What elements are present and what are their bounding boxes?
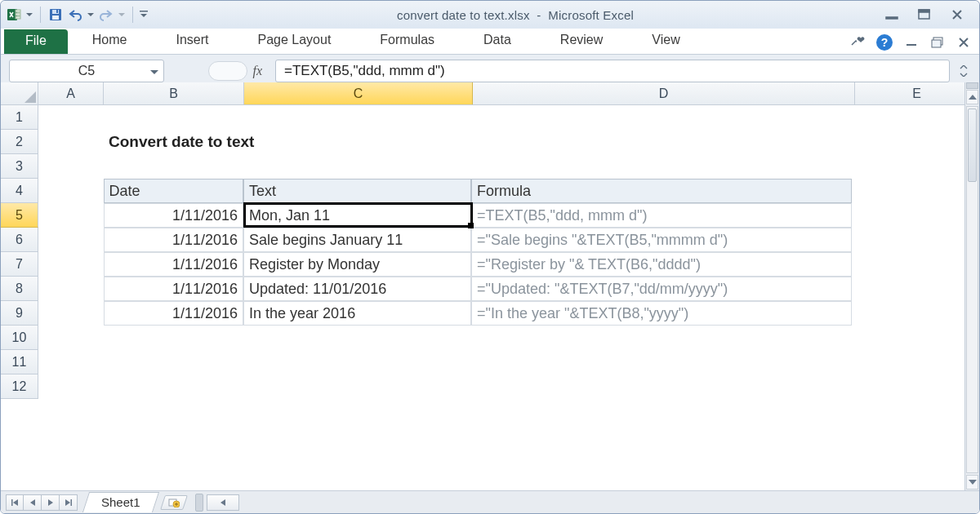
cell-A4[interactable] [38,179,104,203]
cell-E4[interactable] [852,179,964,203]
scroll-down-icon[interactable] [966,475,978,490]
cell-E1[interactable] [852,105,964,130]
redo-dropdown[interactable] [118,7,126,23]
cell-B3[interactable] [104,154,243,179]
workbook-minimize-icon[interactable] [904,35,919,50]
formula-bar-expand-icon[interactable] [956,65,971,77]
col-header-D[interactable]: D [473,82,855,104]
cell-B2[interactable]: Convert date to text [104,130,855,154]
cell-B6[interactable]: 1/11/2016 [104,228,243,252]
fx-icon[interactable]: fx [252,64,262,78]
cell-D7[interactable]: ="Register by "& TEXT(B6,"dddd") [471,252,852,277]
workbook-close-icon[interactable] [956,35,971,50]
row-header-6[interactable]: 6 [1,228,38,252]
formula-bar[interactable]: =TEXT(B5,"ddd, mmm d") [275,60,950,82]
tab-formulas[interactable]: Formulas [380,28,434,54]
row-header-1[interactable]: 1 [1,105,38,130]
row-header-3[interactable]: 3 [1,154,38,179]
cell-E9[interactable] [852,301,964,326]
cell-A9[interactable] [38,301,104,326]
tab-view[interactable]: View [652,28,679,54]
row-header-2[interactable]: 2 [1,130,38,154]
cell-A1[interactable] [38,105,104,130]
tab-page-layout[interactable]: Page Layout [257,28,331,54]
maximize-button[interactable] [915,8,933,21]
cell-B8[interactable]: 1/11/2016 [104,277,243,301]
sheet-tab-active[interactable]: Sheet1 [82,492,159,512]
cell-row10[interactable] [38,326,964,350]
cell-C8[interactable]: Updated: 11/01/2016 [243,277,471,301]
cell-E5[interactable] [852,203,964,228]
cell-C5[interactable]: Mon, Jan 11 [243,203,471,228]
cell-A2[interactable] [38,130,104,154]
cell-D5[interactable]: =TEXT(B5,"ddd, mmm d") [471,203,852,228]
row-header-8[interactable]: 8 [1,277,38,301]
cell-D4[interactable]: Formula [471,179,852,203]
undo-dropdown[interactable] [87,7,95,23]
file-tab[interactable]: File [4,29,68,54]
close-button[interactable] [948,8,966,21]
horizontal-scroll-left-icon[interactable] [207,494,239,511]
excel-icon[interactable] [6,7,22,23]
cell-D9[interactable]: ="In the year "&TEXT(B8,"yyyy") [471,301,852,326]
select-all-corner[interactable] [1,82,38,104]
cell-C1[interactable] [243,105,471,130]
scroll-up-icon[interactable] [966,90,978,104]
tab-insert[interactable]: Insert [176,28,208,54]
sheet-nav-last-icon[interactable] [60,494,78,511]
tab-split-handle[interactable] [195,494,203,512]
row-header-12[interactable]: 12 [1,374,38,399]
cell-A8[interactable] [38,277,104,301]
col-header-E[interactable]: E [855,82,979,104]
cell-E3[interactable] [852,154,964,179]
tab-data[interactable]: Data [483,28,511,54]
col-header-A[interactable]: A [38,82,104,104]
cell-row12[interactable] [38,374,964,399]
scrollbar-track[interactable] [966,106,978,473]
sheet-nav-next-icon[interactable] [42,494,60,511]
help-icon[interactable]: ? [876,34,893,51]
minimize-ribbon-icon[interactable]: ❤ [850,35,865,50]
name-box[interactable]: C5 [9,60,164,82]
cell-D8[interactable]: ="Updated: "&TEXT(B7,"dd/mm/yyyy") [471,277,852,301]
cell-C4[interactable]: Text [243,179,471,203]
redo-icon[interactable] [98,7,114,23]
sheet-nav-first-icon[interactable] [6,494,24,511]
cell-E6[interactable] [852,228,964,252]
save-icon[interactable] [47,7,64,23]
tab-home[interactable]: Home [92,28,127,54]
cell-A7[interactable] [38,252,104,277]
spreadsheet-grid[interactable]: A B C D E 1 2 Convert date to text 3 [1,82,979,513]
cell-E7[interactable] [852,252,964,277]
scrollbar-thumb[interactable] [968,109,977,182]
workbook-restore-icon[interactable] [930,35,945,50]
tab-review[interactable]: Review [560,28,603,54]
vertical-split-handle[interactable] [966,82,978,89]
row-header-9[interactable]: 9 [1,301,38,326]
cell-B1[interactable] [104,105,243,130]
row-header-11[interactable]: 11 [1,350,38,374]
new-sheet-icon[interactable] [160,495,188,510]
row-header-7[interactable]: 7 [1,252,38,277]
col-header-C[interactable]: C [244,82,473,104]
excel-menu-dropdown[interactable] [25,7,33,23]
cell-C6[interactable]: Sale begins January 11 [243,228,471,252]
cell-D3[interactable] [471,154,852,179]
qat-customize-dropdown[interactable] [140,7,148,23]
cell-E8[interactable] [852,277,964,301]
row-header-5[interactable]: 5 [1,203,38,228]
cell-D1[interactable] [471,105,852,130]
cell-D6[interactable]: ="Sale begins "&TEXT(B5,"mmmm d") [471,228,852,252]
cell-C9[interactable]: In the year 2016 [243,301,471,326]
cell-B9[interactable]: 1/11/2016 [104,301,243,326]
cell-A5[interactable] [38,203,104,228]
cell-A3[interactable] [38,154,104,179]
cell-B5[interactable]: 1/11/2016 [104,203,243,228]
col-header-B[interactable]: B [104,82,244,104]
cell-B4[interactable]: Date [104,179,243,203]
cell-C3[interactable] [243,154,471,179]
sheet-nav-prev-icon[interactable] [24,494,42,511]
cell-A6[interactable] [38,228,104,252]
vertical-scrollbar[interactable] [964,82,979,490]
cell-B7[interactable]: 1/11/2016 [104,252,243,277]
